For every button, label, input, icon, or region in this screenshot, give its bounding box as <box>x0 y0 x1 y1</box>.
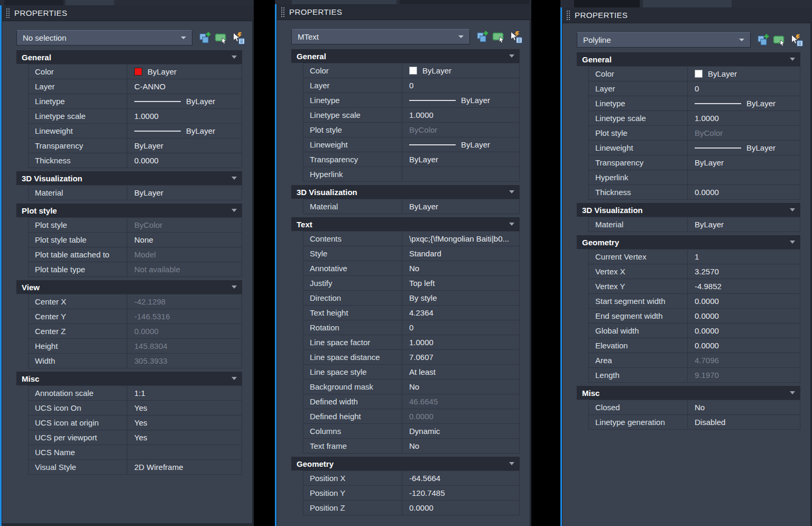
property-value[interactable]: 145.8304 <box>127 339 242 353</box>
property-value[interactable] <box>402 167 519 181</box>
collapse-arrow-icon[interactable] <box>509 190 514 193</box>
property-value[interactable]: Not available <box>127 262 242 276</box>
property-value[interactable]: Yes <box>127 430 242 445</box>
select-objects-button[interactable] <box>492 30 506 44</box>
property-value[interactable]: Yes <box>127 401 242 415</box>
property-value[interactable]: ByLayer <box>687 96 800 110</box>
property-value[interactable]: ByLayer <box>687 141 800 155</box>
property-value[interactable]: 4.7096 <box>687 353 800 367</box>
property-value[interactable]: 2D Wireframe <box>127 460 242 474</box>
property-value[interactable]: Model <box>127 247 242 262</box>
property-value[interactable]: None <box>127 233 242 247</box>
property-value[interactable]: ByLayer <box>402 152 519 167</box>
collapse-arrow-icon[interactable] <box>232 177 237 180</box>
section-header-3d-visualization[interactable]: 3D Visualization <box>16 171 242 185</box>
property-value[interactable] <box>687 170 800 184</box>
property-value[interactable]: ByColor <box>687 126 800 140</box>
chevron-down-icon[interactable] <box>181 36 186 39</box>
property-value[interactable]: Top left <box>402 276 519 290</box>
property-value[interactable]: 46.6645 <box>402 394 519 409</box>
collapse-arrow-icon[interactable] <box>232 209 237 212</box>
property-value[interactable]: -64.5664 <box>402 471 519 485</box>
section-header-general[interactable]: General <box>577 52 800 66</box>
property-value[interactable]: Disabled <box>687 415 800 429</box>
property-value[interactable]: 7.0607 <box>402 350 519 364</box>
property-value[interactable]: 1.0000 <box>687 111 800 125</box>
pickadd-toggle-button[interactable] <box>755 33 770 47</box>
property-value[interactable]: 0 <box>687 81 800 96</box>
chevron-down-icon[interactable] <box>458 35 464 38</box>
section-header-misc[interactable]: Misc <box>577 386 800 400</box>
object-type-dropdown[interactable]: MText <box>291 29 470 44</box>
property-value[interactable]: -4.9852 <box>687 279 800 293</box>
property-value[interactable]: 3.2570 <box>687 264 800 279</box>
section-header-text[interactable]: Text <box>291 217 520 231</box>
property-value[interactable]: At least <box>402 365 519 379</box>
collapse-arrow-icon[interactable] <box>232 377 237 380</box>
property-value[interactable]: ByLayer <box>127 64 242 79</box>
property-value[interactable]: ByLayer <box>402 199 519 214</box>
quick-select-button[interactable] <box>789 33 804 47</box>
property-value[interactable]: 0 <box>402 320 519 335</box>
property-value[interactable]: ByLayer <box>687 217 800 232</box>
grip-dots-icon[interactable] <box>281 7 284 17</box>
property-value[interactable]: ByLayer <box>127 124 242 138</box>
property-value[interactable]: -120.7485 <box>402 486 519 500</box>
property-value[interactable]: ByLayer <box>127 94 242 108</box>
section-header-geometry[interactable]: Geometry <box>577 235 800 249</box>
property-value[interactable]: 305.3933 <box>127 354 242 368</box>
grip-dots-icon[interactable] <box>6 8 10 19</box>
property-value[interactable]: 1 <box>687 250 800 264</box>
grip-dots-icon[interactable] <box>566 10 570 21</box>
property-value[interactable]: Yes <box>127 416 242 430</box>
property-value[interactable]: ByLayer <box>687 155 800 170</box>
property-value[interactable]: ByLayer <box>127 186 242 200</box>
collapse-arrow-icon[interactable] <box>509 54 514 58</box>
section-header-plot-style[interactable]: Plot style <box>16 204 242 217</box>
property-value[interactable]: By style <box>402 291 519 305</box>
select-objects-button[interactable] <box>772 33 787 47</box>
panel-titlebar[interactable]: PROPERTIES <box>560 7 812 23</box>
property-value[interactable]: 1.0000 <box>402 335 519 349</box>
property-value[interactable]: 0.0000 <box>127 153 242 168</box>
property-value[interactable]: No <box>402 261 519 275</box>
section-header-general[interactable]: General <box>291 49 520 63</box>
property-value[interactable]: 0.0000 <box>687 324 800 338</box>
property-value[interactable]: C-ANNO <box>127 79 242 94</box>
property-value[interactable]: Standard <box>402 246 519 261</box>
collapse-arrow-icon[interactable] <box>790 391 795 394</box>
panel-titlebar[interactable]: PROPERTIES <box>0 5 254 21</box>
pickadd-toggle-button[interactable] <box>475 30 489 44</box>
property-value[interactable] <box>127 445 242 459</box>
property-value[interactable]: 0.0000 <box>127 324 242 338</box>
collapse-arrow-icon[interactable] <box>509 223 514 226</box>
property-value[interactable]: 0.0000 <box>687 309 800 323</box>
property-value[interactable]: 1.0000 <box>127 109 242 123</box>
pickadd-toggle-button[interactable] <box>197 31 211 45</box>
property-value[interactable]: ByColor <box>402 123 519 137</box>
property-value[interactable]: -42.1298 <box>127 294 242 309</box>
property-value[interactable]: ByLayer <box>127 139 242 153</box>
property-value[interactable]: Dynamic <box>402 424 519 438</box>
panel-titlebar[interactable]: PROPERTIES <box>275 4 531 20</box>
quick-select-button[interactable] <box>231 31 245 45</box>
property-value[interactable]: 0.0000 <box>402 501 519 515</box>
property-value[interactable]: No <box>687 400 800 414</box>
section-header-general[interactable]: General <box>16 50 242 64</box>
property-value[interactable]: -146.5316 <box>127 309 242 324</box>
property-value[interactable]: ByLayer <box>402 93 519 107</box>
select-objects-button[interactable] <box>214 31 228 45</box>
chevron-down-icon[interactable] <box>739 39 744 41</box>
property-value[interactable]: \pxqc;{\fMongolian Baiti|b0... <box>402 232 519 246</box>
property-value[interactable]: 9.1970 <box>687 368 800 382</box>
property-value[interactable]: 0.0000 <box>687 185 800 199</box>
object-type-dropdown[interactable]: Polyline <box>577 32 751 48</box>
property-value[interactable]: No <box>402 439 519 453</box>
property-value[interactable]: ByLayer <box>687 67 800 81</box>
collapse-arrow-icon[interactable] <box>509 462 514 465</box>
object-type-dropdown[interactable]: No selection <box>16 30 192 45</box>
property-value[interactable]: 1.0000 <box>402 108 519 122</box>
collapse-arrow-icon[interactable] <box>790 241 795 244</box>
property-value[interactable]: ByLayer <box>402 63 519 78</box>
section-header-misc[interactable]: Misc <box>16 372 242 385</box>
